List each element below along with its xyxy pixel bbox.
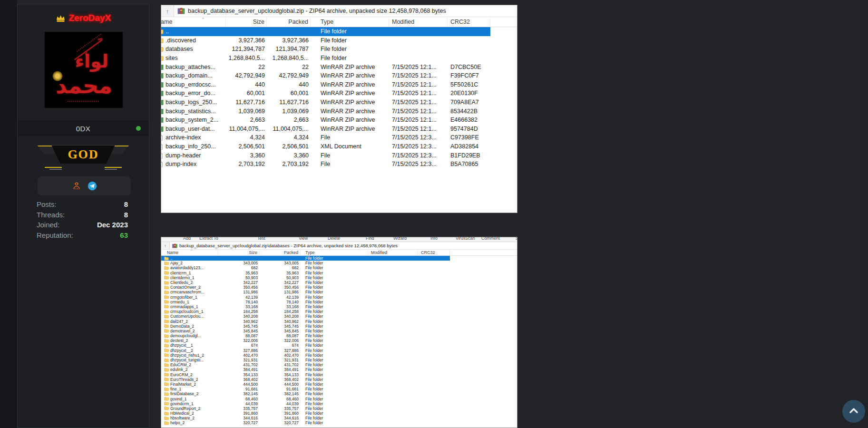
file-size: 60,001 — [226, 90, 267, 97]
file-packed: 91,681 — [260, 387, 301, 391]
file-size: 11,004,075,... — [226, 126, 267, 132]
folder-icon — [164, 324, 169, 328]
file-type: File folder — [301, 290, 368, 294]
rar-icon — [161, 90, 164, 97]
telegram-icon[interactable] — [88, 181, 97, 191]
file-icon — [161, 161, 164, 167]
file-size: 368,402 — [218, 377, 260, 382]
file-row: deotest_2322,006322,006File folder — [161, 338, 450, 343]
folder-icon — [164, 343, 169, 348]
file-row: dump-header3,3603,360File7/15/2025 12:3.… — [161, 151, 490, 160]
rank-badge-text: GOD — [68, 147, 98, 162]
file-type: File folder — [301, 285, 368, 290]
sort-ascending-icon: ^ — [191, 250, 192, 252]
folder-icon — [164, 295, 169, 299]
archive-path-bar: backup_database_server_upcloudglobal.zip… — [170, 242, 517, 249]
file-size: 391,860 — [218, 411, 260, 416]
file-packed: 674 — [260, 343, 301, 348]
screenshot-winrar-root[interactable]: backup_database_server_upcloudglobal.zip… — [161, 5, 517, 213]
file-packed: 33,168 — [260, 304, 301, 309]
folder-icon — [164, 329, 169, 333]
folder-icon — [164, 334, 169, 338]
file-row: hbsoftware_2344,616344,616File folder — [161, 416, 450, 420]
file-modified: 7/15/2025 12:3... — [389, 134, 448, 141]
rar-icon — [161, 72, 164, 79]
folder-icon — [164, 285, 169, 290]
file-name: DemoData_2 — [170, 324, 194, 329]
file-name: Ajay_2 — [170, 261, 183, 265]
file-modified: 7/15/2025 12:1... — [389, 64, 448, 70]
file-size: 68,460 — [218, 397, 260, 401]
file-size: 345,745 — [218, 324, 260, 329]
monkey-icon[interactable] — [72, 181, 81, 191]
folder-icon — [164, 392, 169, 396]
file-name: EduCRM_2 — [170, 362, 191, 367]
page-left-gutter — [0, 0, 17, 428]
file-packed: 4,324 — [267, 134, 311, 141]
file-size: 2,663 — [226, 117, 267, 123]
file-packed: 340,208 — [260, 314, 301, 319]
file-type: File folder — [301, 377, 368, 382]
file-row: demotravel_2345,845345,845File folder — [161, 329, 450, 333]
file-row: backup_error_do...60,00160,001WinRAR ZIP… — [161, 89, 490, 98]
file-name: clientdemo_1 — [170, 275, 195, 280]
file-type: File folder — [301, 367, 368, 372]
file-name: GroundReport_2 — [170, 406, 200, 411]
scroll-to-top-button[interactable] — [842, 400, 865, 423]
folder-icon — [164, 275, 169, 280]
file-type: WinRAR ZIP archive — [311, 117, 389, 123]
file-size: 184,258 — [218, 309, 260, 314]
file-row: clientcrm_135,96335,963File folder — [161, 271, 450, 275]
folder-icon — [164, 304, 169, 309]
file-row: dump-index2,703,1922,703,192File7/15/202… — [161, 160, 490, 169]
file-size: 320,727 — [218, 420, 260, 425]
file-name: .discovered — [166, 37, 196, 44]
file-row: Ajay_2343,005343,005File folder — [161, 261, 450, 265]
username-link[interactable]: ZeroDayX — [69, 13, 111, 23]
file-type: WinRAR ZIP archive — [311, 99, 389, 106]
file-packed: 350,456 — [260, 285, 301, 290]
column-header-crc32: CRC32 — [418, 250, 450, 255]
file-type: File folder — [301, 309, 368, 314]
file-row: aviatordaddy123...682682File folder — [161, 265, 450, 270]
file-size: 1,268,840,5... — [226, 55, 267, 61]
avatar-bottom-script — [68, 101, 99, 102]
folder-icon — [161, 28, 164, 35]
file-name: CustomerUpclou... — [170, 314, 204, 319]
folder-icon — [164, 271, 169, 275]
file-size: 384,491 — [218, 367, 260, 372]
folder-icon — [164, 416, 169, 420]
file-size: 35,963 — [218, 271, 260, 275]
folder-icon — [164, 290, 169, 294]
file-name: backup_attaches... — [166, 64, 215, 70]
toolbar-button-view: View — [299, 237, 308, 241]
screenshot-winrar-databases[interactable]: AddExtract ToTestViewDeleteFindWizardInf… — [161, 237, 517, 428]
file-name: archive-index — [166, 134, 201, 141]
file-size: 382,145 — [218, 391, 260, 396]
toolbar-button-wizard: Wizard — [393, 237, 407, 241]
file-row: backup_domain...42,792,94942,792,949WinR… — [161, 71, 490, 80]
file-icon — [161, 134, 164, 141]
file-name: helpo_2 — [170, 420, 185, 425]
folder-icon — [164, 387, 169, 391]
winrar-address-row: backup_database_server_upcloudglobal.zip… — [161, 242, 517, 250]
file-crc32: C97398FE — [448, 134, 490, 141]
folder-icon — [164, 261, 169, 265]
file-type: File folder — [301, 300, 368, 304]
file-packed: 320,727 — [260, 420, 301, 425]
file-size: 354,133 — [218, 372, 260, 377]
file-name: edulink_2 — [170, 367, 187, 372]
file-row: demoupcloudgl...88,08788,087File folder — [161, 333, 450, 338]
chevron-up-icon — [848, 405, 859, 418]
folder-icon — [164, 406, 169, 410]
file-size: 340,208 — [218, 314, 260, 319]
avatar-gold-emblem — [52, 71, 63, 81]
rar-icon — [161, 81, 164, 88]
file-row: crmupcloudcom_1184,258184,258File folder — [161, 309, 450, 314]
file-packed: 131,986 — [260, 290, 301, 294]
avatar[interactable]: لواء محمد — [45, 32, 123, 108]
file-packed: 1,268,840,5... — [267, 55, 311, 61]
avatar-calligraphy-line2: محمد — [56, 73, 112, 98]
folder-icon — [161, 46, 164, 52]
file-row: databases121,394,787121,394,787File fold… — [161, 45, 490, 54]
